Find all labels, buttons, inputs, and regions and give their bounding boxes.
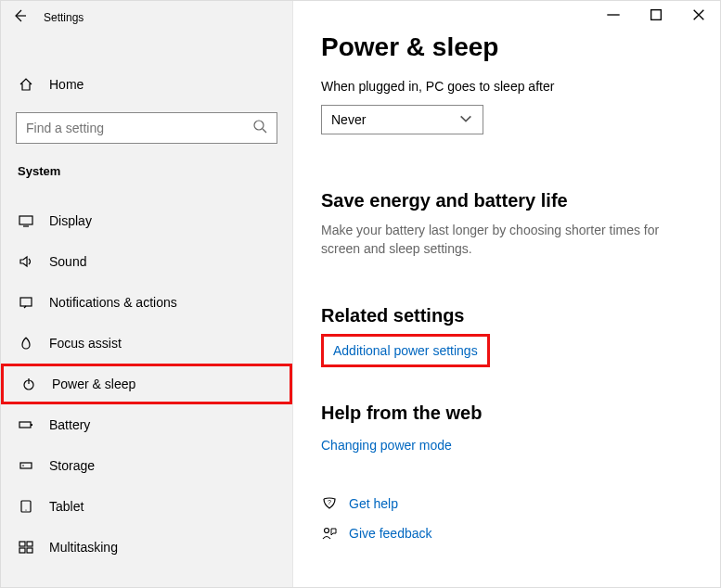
sound-icon <box>18 254 34 269</box>
sleep-caption: When plugged in, PC goes to sleep after <box>321 79 694 94</box>
back-button[interactable] <box>1 8 38 27</box>
svg-rect-10 <box>19 542 25 546</box>
search-input[interactable] <box>16 112 277 144</box>
svg-rect-11 <box>27 542 32 546</box>
sidebar-item-multitasking[interactable]: Multitasking <box>1 527 292 568</box>
arrow-left-icon <box>12 8 27 23</box>
svg-point-7 <box>22 465 24 467</box>
svg-point-0 <box>254 121 264 130</box>
maximize-button[interactable] <box>635 1 677 29</box>
svg-rect-12 <box>19 548 25 553</box>
get-help-row[interactable]: ? Get help <box>321 496 694 511</box>
sidebar-item-tablet[interactable]: Tablet <box>1 486 292 527</box>
get-help-link[interactable]: Get help <box>349 496 398 511</box>
sidebar-item-label: Display <box>49 213 92 228</box>
feedback-icon <box>321 526 338 541</box>
close-button[interactable] <box>677 1 720 29</box>
sidebar-section-label: System <box>1 144 292 187</box>
minimize-button[interactable] <box>592 1 635 29</box>
energy-desc: Make your battery last longer by choosin… <box>321 221 674 259</box>
notifications-icon <box>18 295 34 310</box>
focus-assist-icon <box>18 336 34 351</box>
sleep-dropdown-value: Never <box>331 112 366 127</box>
sidebar-item-power-sleep[interactable]: Power & sleep <box>1 364 292 404</box>
sleep-dropdown[interactable]: Never <box>321 105 483 134</box>
sidebar-item-focus-assist[interactable]: Focus assist <box>1 323 292 364</box>
maximize-icon <box>649 7 663 22</box>
minimize-icon <box>606 7 621 22</box>
sidebar-item-label: Multitasking <box>49 540 118 555</box>
related-heading: Related settings <box>321 305 694 326</box>
sidebar-item-label: Power & sleep <box>52 377 135 391</box>
svg-rect-4 <box>19 422 31 428</box>
get-help-icon: ? <box>321 496 338 511</box>
window-title: Settings <box>38 11 84 24</box>
tablet-icon <box>18 499 34 514</box>
sidebar-home-label: Home <box>49 77 84 92</box>
svg-rect-2 <box>20 298 32 306</box>
sidebar-item-battery[interactable]: Battery <box>1 404 292 445</box>
sidebar-item-label: Battery <box>49 417 90 432</box>
power-icon <box>20 377 37 391</box>
sidebar-item-storage[interactable]: Storage <box>1 445 292 486</box>
multitasking-icon <box>18 540 34 555</box>
sidebar-home[interactable]: Home <box>1 66 292 103</box>
search-icon <box>252 119 267 137</box>
svg-point-16 <box>325 528 329 532</box>
sidebar-item-label: Focus assist <box>49 336 122 351</box>
home-icon <box>18 77 34 92</box>
svg-rect-5 <box>31 424 32 426</box>
changing-power-mode-link[interactable]: Changing power mode <box>321 438 452 453</box>
svg-rect-13 <box>27 548 32 553</box>
sidebar-item-label: Notifications & actions <box>49 295 177 310</box>
energy-heading: Save energy and battery life <box>321 190 694 211</box>
sidebar-item-sound[interactable]: Sound <box>1 241 292 282</box>
close-icon <box>691 7 706 22</box>
battery-icon <box>18 417 34 432</box>
svg-rect-6 <box>20 463 32 468</box>
help-heading: Help from the web <box>321 403 694 424</box>
search-field[interactable] <box>26 121 252 135</box>
svg-rect-14 <box>651 10 662 20</box>
display-icon <box>18 213 34 228</box>
svg-rect-1 <box>19 216 32 224</box>
sidebar-item-label: Tablet <box>49 499 84 514</box>
storage-icon <box>18 458 34 473</box>
sidebar-item-notifications[interactable]: Notifications & actions <box>1 282 292 323</box>
highlight-box: Additional power settings <box>321 334 490 367</box>
sidebar-item-label: Sound <box>49 254 86 269</box>
give-feedback-row[interactable]: Give feedback <box>321 526 694 541</box>
svg-point-9 <box>25 509 26 510</box>
chevron-down-icon <box>458 111 473 129</box>
page-title: Power & sleep <box>321 32 694 71</box>
sidebar-item-display[interactable]: Display <box>1 200 292 241</box>
additional-power-settings-link[interactable]: Additional power settings <box>333 343 478 358</box>
sidebar-item-label: Storage <box>49 458 95 473</box>
svg-text:?: ? <box>328 499 331 505</box>
give-feedback-link[interactable]: Give feedback <box>349 526 432 541</box>
